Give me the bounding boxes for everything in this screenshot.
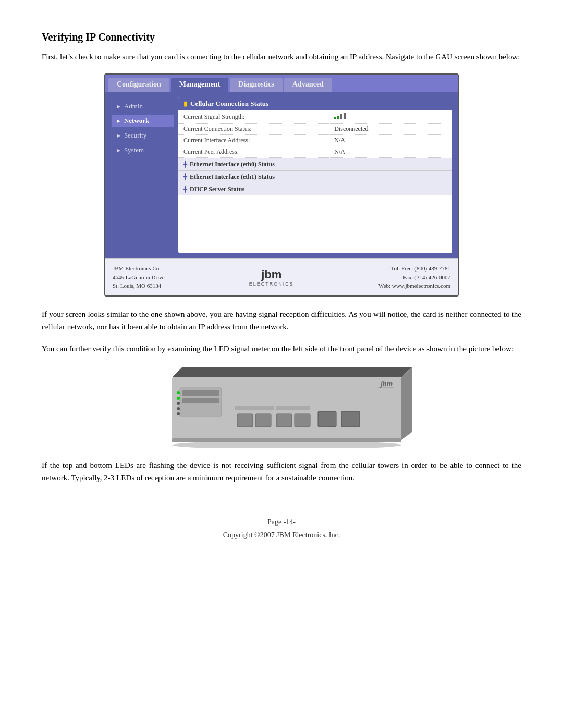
signal-label: Current Signal Strength: [178,110,329,124]
screenshot-box: Configuration Management Diagnostics Adv… [104,73,459,297]
dhcp-label: DHCP Server Status [190,186,244,193]
interface-label: Current Interface Address: [178,135,329,146]
screenshot-footer: JBM Electronics Co. 4645 LaGuardia Drive… [105,258,458,295]
address-line2: St. Louis, MO 63134 [113,282,161,289]
table-row: Current Interface Address: N/A [178,135,452,146]
device-svg: jbm [151,364,412,448]
status-table: Current Signal Strength: Current Connect… [178,110,452,158]
paragraph4: If the top and bottom LEDs are flashing … [42,459,521,484]
drive-slot1 [182,390,219,396]
eth-port4 [295,414,310,427]
toll-free: Toll Free: (800) 489-7781 [391,265,450,272]
cellular-status-header: ▮ Cellular Connection Status [178,97,452,110]
arrow-icon: ► [116,103,121,109]
tab-configuration[interactable]: Configuration [108,78,169,92]
eth-port1 [237,414,253,427]
connection-value: Disconnected [329,124,452,135]
page-title: Verifying IP Connectivity [42,31,521,43]
intro-paragraph: First, let’s check to make sure that you… [42,51,521,63]
device-logo-text: jbm [380,380,393,388]
signal-bars-icon [334,112,346,119]
eth-port2 [255,414,271,427]
device-side [401,367,412,440]
sidebar-label-network: Network [124,117,149,125]
table-row: Current Signal Strength: [178,110,452,124]
sidebar-label-admin: Admin [124,102,143,110]
eth1-section: ╋ Ethernet Interface (eth1) Status [178,170,452,183]
cellular-status-title: Cellular Connection Status [190,100,268,108]
peer-label: Current Peer Address: [178,146,329,158]
peer-value: N/A [329,146,452,158]
footer-right: Toll Free: (800) 489-7781 Fax: (314) 426… [378,264,450,290]
drive-slot2 [182,398,219,403]
connection-label: Current Connection Status: [178,124,329,135]
sidebar: ► Admin ► Network ► Security ► System [105,92,178,258]
nav-tab-row: Configuration Management Diagnostics Adv… [105,75,458,92]
main-content-area: ► Admin ► Network ► Security ► System ▮ … [105,92,458,258]
device-top [172,367,412,377]
eth1-label: Ethernet Interface (eth1) Status [190,173,275,181]
tab-diagnostics[interactable]: Diagnostics [230,78,282,92]
minus-square-icon: ▮ [183,100,187,108]
footer-logo: jbm ELECTRONICS [249,268,294,287]
led2 [177,397,180,400]
port-label-area2 [276,406,310,410]
right-panel: ▮ Cellular Connection Status Current Sig… [178,97,452,253]
eth-port3 [276,414,292,427]
bar1 [334,117,336,119]
sidebar-label-security: Security [124,131,146,140]
plus-square-icon-3: ╋ [183,186,187,193]
tab-advanced[interactable]: Advanced [284,78,332,92]
paragraph2: If your screen looks similar to the one … [42,308,521,333]
device-image-wrapper: jbm [42,364,521,448]
footer-left: JBM Electronics Co. 4645 LaGuardia Drive… [113,264,165,290]
led4 [177,407,180,410]
table-row: Current Connection Status: Disconnected [178,124,452,135]
eth0-label: Ethernet Interface (eth0) Status [190,161,275,168]
logo-sub: ELECTRONICS [249,281,294,287]
fax: Fax: (314) 426-0007 [403,274,450,280]
arrow-icon-system: ► [116,147,121,153]
address-line1: 4645 LaGuardia Drive [113,274,165,280]
led1 [177,391,180,394]
table-row: Current Peer Address: N/A [178,146,452,158]
port-label-area1 [235,406,274,410]
page-footer: Page -14- Copyright ©2007 JBM Electronic… [42,515,521,541]
plus-square-icon: ╋ [183,161,187,168]
bar2 [337,116,339,119]
bar4 [344,113,346,119]
sidebar-item-network[interactable]: ► Network [112,115,174,127]
serial-port2 [341,411,360,427]
plus-square-icon-2: ╋ [183,174,187,180]
sidebar-item-admin[interactable]: ► Admin [112,100,174,113]
arrow-icon-security: ► [116,132,121,139]
sidebar-label-system: System [124,146,144,154]
device-bottom [172,438,401,442]
eth0-section: ╋ Ethernet Interface (eth0) Status [178,158,452,170]
footer-copyright: Copyright ©2007 JBM Electronics, Inc. [42,528,521,541]
company-name: JBM Electronics Co. [113,265,161,272]
eth1-header[interactable]: ╋ Ethernet Interface (eth1) Status [178,171,452,183]
web: Web: www.jbmelectronics.com [378,282,450,289]
logo-text: jbm [261,268,282,281]
tab-management[interactable]: Management [171,78,229,92]
serial-port1 [318,411,336,427]
signal-value [329,110,452,124]
footer-page-number: Page -14- [42,515,521,528]
eth0-header[interactable]: ╋ Ethernet Interface (eth0) Status [178,158,452,170]
paragraph3: You can further verify this condition by… [42,342,521,355]
bar3 [340,114,342,119]
dhcp-section: ╋ DHCP Server Status [178,183,452,195]
interface-value: N/A [329,135,452,146]
sidebar-item-security[interactable]: ► Security [112,129,174,142]
dhcp-header[interactable]: ╋ DHCP Server Status [178,183,452,195]
led5 [177,412,180,415]
arrow-icon-network: ► [116,118,121,124]
sidebar-item-system[interactable]: ► System [112,144,174,156]
led3 [177,402,180,405]
